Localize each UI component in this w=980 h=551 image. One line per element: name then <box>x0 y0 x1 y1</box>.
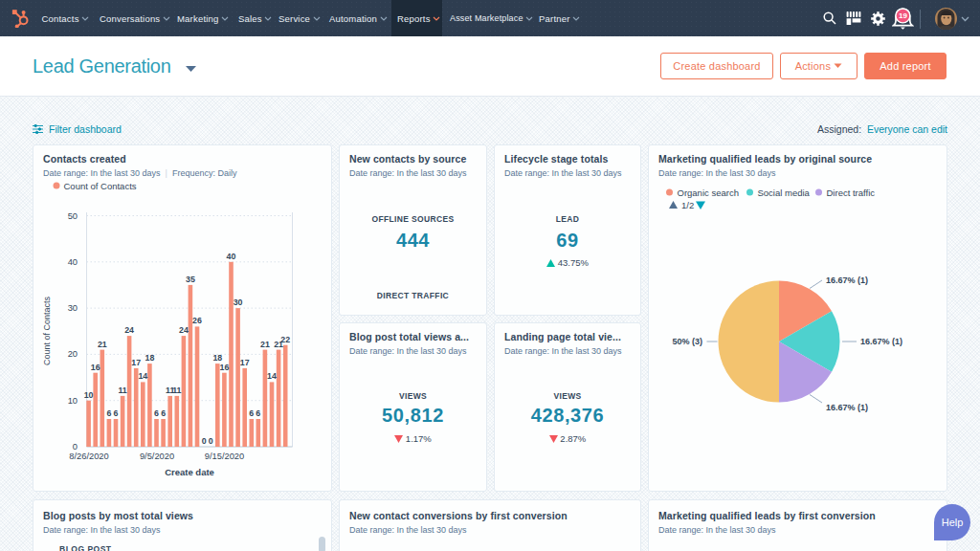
svg-text:Organic search: Organic search <box>678 187 739 198</box>
svg-text:24: 24 <box>179 325 189 335</box>
svg-text:Direct traffic: Direct traffic <box>827 187 876 198</box>
svg-text:17: 17 <box>240 358 250 367</box>
svg-text:35: 35 <box>186 275 195 284</box>
svg-text:6: 6 <box>249 408 254 418</box>
svg-text:0: 0 <box>73 442 78 452</box>
svg-text:17: 17 <box>131 358 141 367</box>
svg-text:9/15/2020: 9/15/2020 <box>205 452 244 461</box>
svg-text:16: 16 <box>220 363 230 372</box>
svg-text:16: 16 <box>91 363 100 372</box>
svg-text:18: 18 <box>212 353 222 363</box>
svg-text:16.67% (1): 16.67% (1) <box>826 276 868 285</box>
svg-text:10: 10 <box>84 390 94 400</box>
svg-text:11: 11 <box>172 386 181 395</box>
svg-text:10: 10 <box>68 396 78 406</box>
svg-text:16.67% (1): 16.67% (1) <box>860 337 902 346</box>
svg-text:16.67% (1): 16.67% (1) <box>826 403 868 412</box>
svg-text:50: 50 <box>68 211 78 221</box>
svg-text:6: 6 <box>106 408 111 418</box>
svg-text:18: 18 <box>145 353 155 363</box>
svg-text:24: 24 <box>124 325 134 335</box>
svg-text:20: 20 <box>68 349 78 359</box>
svg-text:0: 0 <box>209 436 213 446</box>
svg-text:6: 6 <box>256 408 260 418</box>
svg-text:6: 6 <box>154 408 159 418</box>
svg-text:9/5/2020: 9/5/2020 <box>140 452 174 461</box>
svg-text:30: 30 <box>68 303 78 313</box>
svg-text:14: 14 <box>138 371 147 381</box>
svg-text:11: 11 <box>118 386 126 395</box>
svg-text:Count of Contacts: Count of Contacts <box>64 181 137 191</box>
svg-text:6: 6 <box>114 408 119 418</box>
svg-text:50% (3): 50% (3) <box>672 337 702 346</box>
svg-text:14: 14 <box>267 371 277 381</box>
svg-text:19: 19 <box>899 11 907 20</box>
svg-text:22: 22 <box>280 335 290 344</box>
svg-text:0: 0 <box>202 436 207 446</box>
svg-text:30: 30 <box>234 298 243 307</box>
svg-text:40: 40 <box>68 257 78 267</box>
svg-text:21: 21 <box>260 340 270 349</box>
svg-text:8/26/2020: 8/26/2020 <box>69 452 108 461</box>
svg-text:26: 26 <box>192 316 202 325</box>
svg-text:Social media: Social media <box>758 187 811 198</box>
svg-text:21: 21 <box>98 340 107 349</box>
svg-text:1/2: 1/2 <box>681 200 694 210</box>
svg-text:6: 6 <box>161 408 166 418</box>
svg-text:Create date: Create date <box>165 467 214 477</box>
svg-text:40: 40 <box>227 252 236 261</box>
svg-text:Count of Contacts: Count of Contacts <box>42 296 52 365</box>
